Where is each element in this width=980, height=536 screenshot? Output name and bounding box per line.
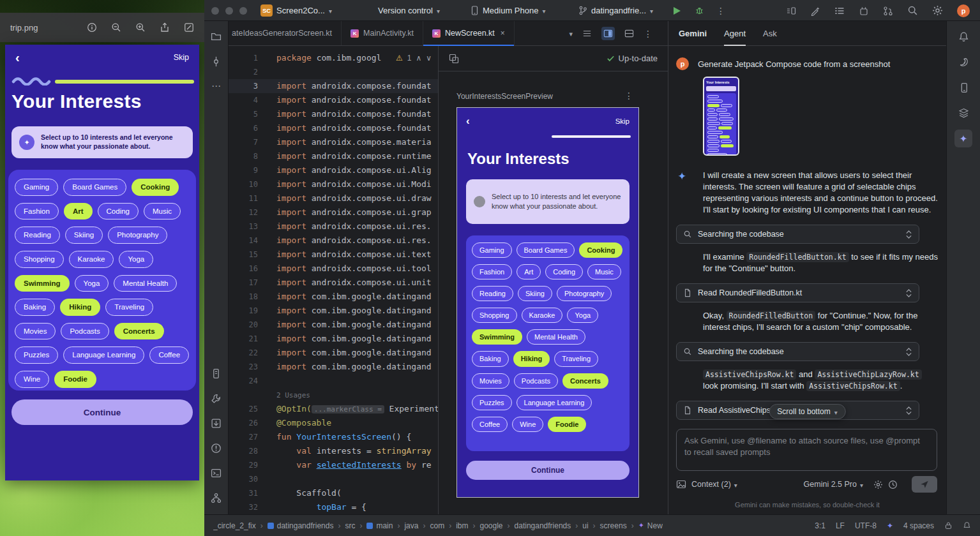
- interest-chip-wine[interactable]: Wine: [15, 371, 49, 388]
- interest-chip-fashion[interactable]: Fashion: [472, 264, 512, 279]
- build-icon[interactable]: [207, 389, 225, 407]
- interest-chip-reading[interactable]: Reading: [719, 113, 730, 116]
- branch-widget[interactable]: datingandfrie... ▾: [578, 0, 653, 21]
- interest-chip-mental-health[interactable]: Mental Health: [114, 275, 177, 292]
- interest-chip-podcasts[interactable]: Podcasts: [514, 373, 558, 389]
- window-zoom-button[interactable]: [239, 7, 247, 15]
- zoom-in-icon[interactable]: [135, 22, 146, 33]
- tool-call-read-file[interactable]: Read RoundedFilledButton.kt: [676, 283, 919, 302]
- split-editor-bottom-icon[interactable]: [624, 29, 634, 38]
- interest-chip-foodie[interactable]: Foodie: [548, 417, 586, 432]
- interest-chip-baking[interactable]: Baking: [15, 299, 55, 316]
- breadcrumb-item[interactable]: ✦New: [638, 521, 663, 530]
- layout-inspector-icon[interactable]: [954, 104, 972, 122]
- code-line[interactable]: 19import com.ibm.google.datingand: [229, 304, 438, 318]
- terminal-icon[interactable]: [207, 464, 225, 482]
- ai-actions-icon[interactable]: [810, 6, 820, 16]
- device-explorer-icon[interactable]: [207, 414, 225, 432]
- commit-icon[interactable]: [207, 52, 225, 70]
- interest-chip-shopping[interactable]: Shopping: [472, 308, 517, 323]
- next-problem-icon[interactable]: ∨: [426, 54, 432, 63]
- interest-chip-skiing[interactable]: Skiing: [518, 286, 552, 301]
- split-editor-right-icon[interactable]: [601, 27, 615, 40]
- gemini-input[interactable]: [677, 429, 937, 470]
- interest-chip-mental-health[interactable]: Mental Health: [527, 329, 585, 345]
- continue-button[interactable]: Continue: [466, 461, 629, 480]
- gemini-settings-gear-icon[interactable]: [873, 480, 883, 489]
- search-icon[interactable]: [907, 5, 918, 16]
- interest-chip-reading[interactable]: Reading: [472, 286, 513, 301]
- code-line[interactable]: 30: [229, 472, 438, 486]
- tab-mainactivity[interactable]: K MainActivity.kt: [342, 21, 423, 45]
- markup-icon[interactable]: [184, 22, 194, 33]
- interest-chip-gaming[interactable]: Gaming: [707, 95, 719, 98]
- interest-chip-hiking[interactable]: Hiking: [720, 135, 730, 138]
- breadcrumb-item[interactable]: _circle_2_fix: [213, 521, 256, 530]
- user-avatar[interactable]: p: [957, 4, 970, 17]
- history-clock-icon[interactable]: [888, 480, 898, 489]
- expand-collapse-icon[interactable]: [905, 347, 912, 357]
- interest-chip-skiing[interactable]: Skiing: [65, 227, 103, 244]
- scroll-to-bottom-button[interactable]: Scroll to bottom ▾: [769, 404, 845, 419]
- code-line[interactable]: 26@Composable: [229, 416, 438, 430]
- interest-chip-skiing[interactable]: Skiing: [707, 117, 718, 121]
- code-line[interactable]: 23import com.ibm.google.datingand: [229, 360, 438, 374]
- interest-chip-gaming[interactable]: Gaming: [15, 179, 58, 196]
- code-line[interactable]: 7import androidx.compose.materia: [229, 135, 438, 149]
- interest-chip-hiking[interactable]: Hiking: [513, 351, 550, 366]
- code-line[interactable]: 20import com.ibm.google.datingand: [229, 318, 438, 332]
- interest-chip-art[interactable]: Art: [64, 203, 93, 220]
- interest-chip-art[interactable]: Art: [707, 108, 715, 112]
- interest-chip-music[interactable]: Music: [707, 113, 718, 116]
- code-line[interactable]: 29 var selectedInterests by re: [229, 458, 438, 472]
- interest-chip-fashion[interactable]: Fashion: [15, 203, 59, 220]
- interest-chip-coffee[interactable]: Coffee: [149, 346, 189, 364]
- breadcrumb-item[interactable]: ibm: [456, 521, 468, 530]
- device-mirroring-icon[interactable]: [786, 6, 796, 16]
- tool-call-search-codebase[interactable]: Searching the codebase: [676, 225, 919, 244]
- code-line[interactable]: 24: [229, 374, 438, 388]
- interest-chip-cooking[interactable]: Cooking: [132, 179, 179, 196]
- editor-options-icon[interactable]: ⋮: [644, 29, 652, 39]
- code-line[interactable]: 9import androidx.compose.ui.Alig: [229, 163, 438, 177]
- interest-chip-gaming[interactable]: Gaming: [472, 242, 512, 258]
- info-icon[interactable]: [87, 22, 97, 33]
- code-line[interactable]: 25@OptIn(...markerClass = Experiment: [229, 402, 438, 416]
- interest-chip-puzzles[interactable]: Puzzles: [15, 346, 58, 364]
- code-line[interactable]: 14import androidx.compose.ui.res.: [229, 234, 438, 248]
- code-editor[interactable]: 1package com.ibm.googl23import androidx.…: [229, 46, 438, 514]
- code-line[interactable]: 2 Usages: [229, 388, 438, 402]
- debug-bug-icon[interactable]: [695, 6, 704, 15]
- device-manager-icon[interactable]: [954, 78, 972, 96]
- code-line[interactable]: 22import com.ibm.google.datingand: [229, 346, 438, 360]
- interest-chip-board-games[interactable]: Board Games: [707, 100, 723, 103]
- interest-chip-coffee[interactable]: Coffee: [472, 417, 508, 432]
- interest-chip-board-games[interactable]: Board Games: [63, 179, 126, 196]
- code-line[interactable]: 32 topBar = {: [229, 500, 438, 514]
- interest-chip-swimming[interactable]: Swimming: [718, 126, 732, 130]
- code-line[interactable]: 6import androidx.compose.foundat: [229, 121, 438, 135]
- preview-options-icon[interactable]: ⋮: [624, 91, 633, 101]
- code-line[interactable]: 31 Scaffold(: [229, 486, 438, 500]
- hidden-tabs-chevron-icon[interactable]: ▾: [569, 30, 573, 38]
- interest-chip-concerts[interactable]: Concerts: [114, 323, 164, 340]
- interest-chip-swimming[interactable]: Swimming: [472, 329, 522, 345]
- interest-chip-yoga[interactable]: Yoga: [567, 308, 598, 323]
- code-line[interactable]: 8import androidx.compose.runtime: [229, 149, 438, 163]
- breadcrumb-item[interactable]: datingandfriends: [268, 521, 334, 530]
- interest-chip-podcasts[interactable]: Podcasts: [707, 144, 720, 147]
- skip-button[interactable]: Skip: [174, 53, 189, 62]
- code-line[interactable]: 3import androidx.compose.foundat: [229, 79, 438, 93]
- code-line[interactable]: 4import androidx.compose.foundat: [229, 93, 438, 107]
- problems-icon[interactable]: [207, 439, 225, 457]
- interest-chip-baking[interactable]: Baking: [472, 351, 509, 366]
- settings-gear-icon[interactable]: [932, 5, 943, 16]
- code-line[interactable]: 2: [229, 65, 438, 79]
- file-encoding[interactable]: UTF-8: [855, 521, 877, 530]
- gemini-tool-icon[interactable]: ✦: [954, 130, 972, 147]
- breadcrumb-item[interactable]: google: [479, 521, 502, 530]
- interest-chip-mental-health[interactable]: Mental Health: [707, 131, 723, 134]
- interest-chip-movies[interactable]: Movies: [472, 373, 509, 389]
- expand-collapse-icon[interactable]: [905, 288, 912, 298]
- interest-chip-puzzles[interactable]: Puzzles: [472, 395, 512, 410]
